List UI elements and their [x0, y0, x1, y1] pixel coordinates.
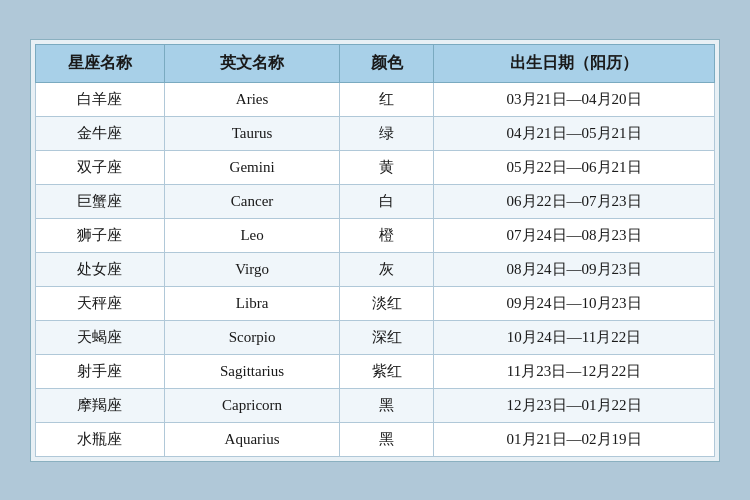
cell-date: 10月24日—11月22日 [434, 320, 715, 354]
header-row: 星座名称 英文名称 颜色 出生日期（阳历） [36, 44, 715, 82]
header-date: 出生日期（阳历） [434, 44, 715, 82]
table-row: 巨蟹座Cancer白06月22日—07月23日 [36, 184, 715, 218]
cell-color: 淡红 [340, 286, 434, 320]
header-color: 颜色 [340, 44, 434, 82]
cell-cn: 白羊座 [36, 82, 165, 116]
cell-date: 08月24日—09月23日 [434, 252, 715, 286]
cell-en: Taurus [164, 116, 340, 150]
zodiac-table-wrapper: 星座名称 英文名称 颜色 出生日期（阳历） 白羊座Aries红03月21日—04… [30, 39, 720, 462]
header-cn: 星座名称 [36, 44, 165, 82]
cell-en: Sagittarius [164, 354, 340, 388]
header-en: 英文名称 [164, 44, 340, 82]
cell-date: 06月22日—07月23日 [434, 184, 715, 218]
cell-en: Leo [164, 218, 340, 252]
cell-en: Libra [164, 286, 340, 320]
table-row: 摩羯座Capricorn黑12月23日—01月22日 [36, 388, 715, 422]
cell-cn: 射手座 [36, 354, 165, 388]
cell-en: Gemini [164, 150, 340, 184]
cell-en: Virgo [164, 252, 340, 286]
cell-en: Aquarius [164, 422, 340, 456]
cell-color: 深红 [340, 320, 434, 354]
cell-date: 09月24日—10月23日 [434, 286, 715, 320]
cell-cn: 狮子座 [36, 218, 165, 252]
cell-cn: 处女座 [36, 252, 165, 286]
cell-date: 12月23日—01月22日 [434, 388, 715, 422]
table-row: 双子座Gemini黄05月22日—06月21日 [36, 150, 715, 184]
cell-cn: 水瓶座 [36, 422, 165, 456]
cell-date: 03月21日—04月20日 [434, 82, 715, 116]
cell-date: 11月23日—12月22日 [434, 354, 715, 388]
cell-color: 黑 [340, 388, 434, 422]
cell-cn: 巨蟹座 [36, 184, 165, 218]
table-row: 白羊座Aries红03月21日—04月20日 [36, 82, 715, 116]
cell-color: 灰 [340, 252, 434, 286]
cell-cn: 天蝎座 [36, 320, 165, 354]
table-row: 狮子座Leo橙07月24日—08月23日 [36, 218, 715, 252]
cell-en: Cancer [164, 184, 340, 218]
cell-date: 04月21日—05月21日 [434, 116, 715, 150]
table-row: 天蝎座Scorpio深红10月24日—11月22日 [36, 320, 715, 354]
cell-date: 01月21日—02月19日 [434, 422, 715, 456]
table-row: 射手座Sagittarius紫红11月23日—12月22日 [36, 354, 715, 388]
cell-cn: 金牛座 [36, 116, 165, 150]
cell-cn: 天秤座 [36, 286, 165, 320]
zodiac-table: 星座名称 英文名称 颜色 出生日期（阳历） 白羊座Aries红03月21日—04… [35, 44, 715, 457]
cell-en: Aries [164, 82, 340, 116]
cell-color: 黑 [340, 422, 434, 456]
cell-color: 橙 [340, 218, 434, 252]
cell-color: 白 [340, 184, 434, 218]
cell-cn: 双子座 [36, 150, 165, 184]
table-row: 天秤座Libra淡红09月24日—10月23日 [36, 286, 715, 320]
cell-color: 紫红 [340, 354, 434, 388]
cell-color: 黄 [340, 150, 434, 184]
cell-date: 05月22日—06月21日 [434, 150, 715, 184]
table-row: 金牛座Taurus绿04月21日—05月21日 [36, 116, 715, 150]
cell-en: Capricorn [164, 388, 340, 422]
cell-en: Scorpio [164, 320, 340, 354]
table-row: 水瓶座Aquarius黑01月21日—02月19日 [36, 422, 715, 456]
cell-color: 绿 [340, 116, 434, 150]
cell-date: 07月24日—08月23日 [434, 218, 715, 252]
table-row: 处女座Virgo灰08月24日—09月23日 [36, 252, 715, 286]
cell-color: 红 [340, 82, 434, 116]
cell-cn: 摩羯座 [36, 388, 165, 422]
